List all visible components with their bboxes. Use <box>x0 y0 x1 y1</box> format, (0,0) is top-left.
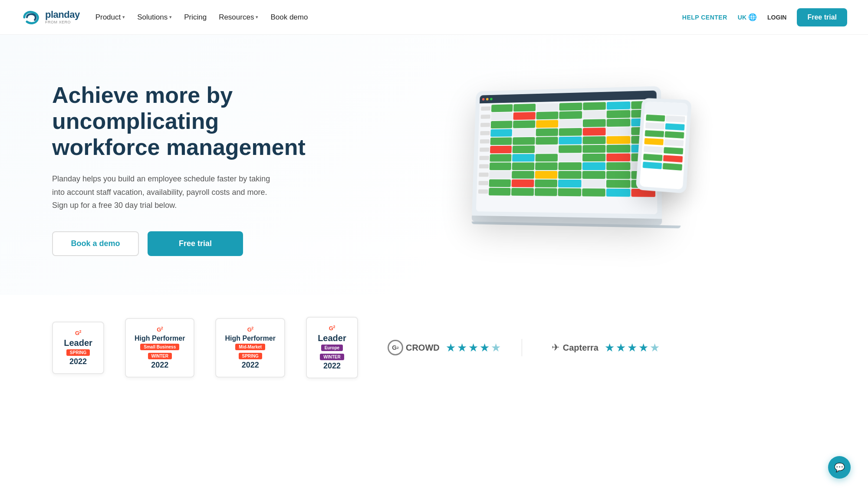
locale-selector[interactable]: UK 🌐 <box>738 13 757 21</box>
navbar: planday FROM XERO Product ▾ Solutions ▾ … <box>0 0 868 35</box>
badge-title-4: Leader <box>318 333 346 343</box>
nav-links: Product ▾ Solutions ▾ Pricing Resources … <box>95 13 308 22</box>
g2crowd-rating-group: G2 CROWD ★ ★ ★ ★ ★ <box>388 340 501 355</box>
badge-sub-4b: WINTER <box>320 354 344 360</box>
laptop-body <box>472 86 662 219</box>
capterra-star-1: ★ <box>605 341 615 355</box>
capterra-rating-group: ✈ Capterra ★ ★ ★ ★ ★ <box>552 341 660 355</box>
badge-sub-4: Europe <box>321 345 343 351</box>
badge-leader-spring: G2 Leader SPRING 2022 <box>52 322 104 374</box>
schedule-grid <box>476 90 658 214</box>
product-chevron-icon: ▾ <box>122 14 125 20</box>
capterra-stars: ★ ★ ★ ★ ★ <box>605 341 660 355</box>
capterra-star-4: ★ <box>638 341 648 355</box>
book-demo-button[interactable]: Book a demo <box>52 231 139 256</box>
hero-content: Achieve more by uncomplicating workforce… <box>52 82 312 256</box>
laptop-mockup <box>470 85 681 256</box>
nav-left: planday FROM XERO Product ▾ Solutions ▾ … <box>21 10 308 25</box>
nav-right: HELP CENTER UK 🌐 LOGIN Free trial <box>682 8 847 26</box>
logo-planday: planday <box>45 10 80 20</box>
solutions-chevron-icon: ▾ <box>169 14 172 20</box>
globe-icon: 🌐 <box>748 13 757 21</box>
logo-sub: FROM XERO <box>45 20 80 25</box>
badge-year-4: 2022 <box>323 361 341 371</box>
nav-book-demo[interactable]: Book demo <box>270 13 308 22</box>
login-link[interactable]: LOGIN <box>767 14 786 21</box>
badge-year-1: 2022 <box>69 357 87 366</box>
badge-sub-2b: WINTER <box>148 353 172 359</box>
badge-sub-2: Small Business <box>140 344 179 350</box>
badge-sub-3b: SPRING <box>239 353 262 359</box>
nav-solutions[interactable]: Solutions ▾ <box>137 13 172 22</box>
badge-year-2: 2022 <box>151 361 168 370</box>
hero-description: Planday helps you build an employee sche… <box>52 172 278 212</box>
badges-section: G2 Leader SPRING 2022 G2 High Performer … <box>0 295 868 404</box>
hero-section: Achieve more by uncomplicating workforce… <box>0 35 868 295</box>
star-3: ★ <box>468 341 478 355</box>
resources-chevron-icon: ▾ <box>256 14 258 20</box>
g2crowd-stars: ★ ★ ★ ★ ★ <box>446 341 501 355</box>
g2crowd-logo: G2 CROWD <box>388 340 440 355</box>
free-trial-nav-button[interactable]: Free trial <box>797 8 847 26</box>
nav-pricing[interactable]: Pricing <box>184 13 207 22</box>
capterra-logo: ✈ Capterra <box>552 342 598 353</box>
logo-text: planday FROM XERO <box>45 10 80 24</box>
nav-resources[interactable]: Resources ▾ <box>219 13 258 22</box>
star-4: ★ <box>480 341 490 355</box>
capterra-star-5-half: ★ <box>650 341 660 355</box>
planday-logo-icon <box>21 10 42 25</box>
capterra-star-2: ★ <box>616 341 626 355</box>
schedule-body <box>476 99 658 214</box>
star-1: ★ <box>446 341 456 355</box>
capterra-star-3: ★ <box>627 341 637 355</box>
badge-high-performer-sb: G2 High Performer Small Business WINTER … <box>125 318 194 378</box>
capterra-text: Capterra <box>563 343 598 353</box>
free-trial-hero-button[interactable]: Free trial <box>148 231 243 256</box>
phone-mockup <box>636 98 692 194</box>
g2-logo-2: G2 <box>157 326 163 333</box>
badge-sub-3: Mid-Market <box>235 344 265 350</box>
badge-year-3: 2022 <box>242 361 259 370</box>
badge-leader-europe: G2 Leader Europe WINTER 2022 <box>306 317 358 378</box>
badge-high-performer-mm: G2 High Performer Mid-Market SPRING 2022 <box>215 318 285 378</box>
nav-product[interactable]: Product ▾ <box>95 13 125 22</box>
rating-divider <box>522 339 522 356</box>
badge-title-3: High Performer <box>225 335 275 342</box>
hero-buttons: Book a demo Free trial <box>52 231 312 256</box>
g2-logo-3: G2 <box>247 326 253 333</box>
phone-screen <box>640 102 688 190</box>
hero-illustration <box>312 61 833 278</box>
logo[interactable]: planday FROM XERO <box>21 10 80 25</box>
badge-title-2: High Performer <box>135 335 185 342</box>
badge-title-1: Leader <box>64 338 92 348</box>
capterra-icon: ✈ <box>552 342 559 353</box>
star-2: ★ <box>457 341 467 355</box>
star-5-half: ★ <box>491 341 501 355</box>
g2-logo-4: G2 <box>329 325 335 332</box>
badge-sub-1: SPRING <box>66 349 90 356</box>
help-center-link[interactable]: HELP CENTER <box>682 14 727 21</box>
g2crowd-icon: G2 <box>388 340 403 355</box>
g2crowd-text: CROWD <box>406 343 440 353</box>
laptop-screen <box>476 90 658 214</box>
hero-title: Achieve more by uncomplicating workforce… <box>52 82 312 160</box>
g2-logo-1: G2 <box>75 329 81 336</box>
